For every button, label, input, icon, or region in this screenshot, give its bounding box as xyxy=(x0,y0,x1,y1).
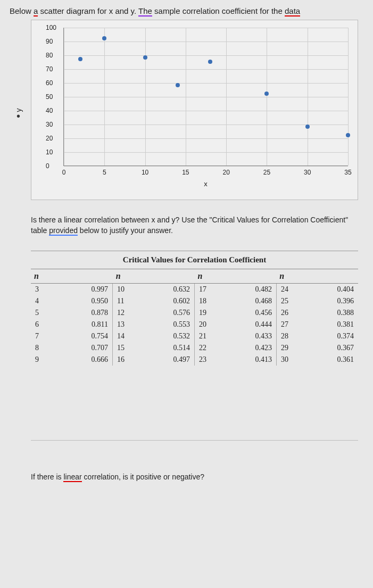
cv-row: 30.997 xyxy=(31,284,112,295)
data-point xyxy=(305,125,310,129)
cv-column: 240.404250.396260.388270.381280.374290.3… xyxy=(277,284,358,366)
y-tick: 20 xyxy=(46,135,53,142)
data-point xyxy=(346,133,350,137)
y-tick: 10 xyxy=(46,148,53,156)
cv-row: 150.514 xyxy=(113,342,194,354)
cv-column: 30.99740.95050.87860.81170.75480.70790.6… xyxy=(31,284,113,366)
intro-text: Below a scatter diagram for x and y. The… xyxy=(10,6,363,15)
x-tick: 35 xyxy=(344,169,351,176)
data-point xyxy=(264,92,269,96)
cv-row: 300.361 xyxy=(277,354,358,366)
x-tick: 25 xyxy=(263,169,270,176)
critical-values-section: Critical Values for Correlation Coeffici… xyxy=(31,251,358,366)
cv-table: 30.99740.95050.87860.81170.75480.70790.6… xyxy=(31,284,358,366)
cv-column: 170.482180.468190.456200.444210.433220.4… xyxy=(195,284,277,366)
cv-row: 250.396 xyxy=(277,295,358,307)
y-tick: 0 xyxy=(46,162,49,170)
cv-row: 100.632 xyxy=(113,284,194,295)
cv-title: Critical Values for Correlation Coeffici… xyxy=(31,255,358,264)
data-point xyxy=(176,83,180,87)
cv-row: 70.754 xyxy=(31,330,112,342)
x-tick: 20 xyxy=(222,169,229,176)
cv-row: 90.666 xyxy=(31,354,112,366)
y-tick: 100 xyxy=(46,24,56,31)
x-tick: 10 xyxy=(142,169,148,176)
data-point xyxy=(102,36,106,40)
cv-row: 130.553 xyxy=(113,319,194,330)
cv-row: 190.456 xyxy=(195,307,276,319)
cv-row: 110.602 xyxy=(113,295,194,307)
x-tick: 15 xyxy=(182,169,189,176)
y-axis-label: y xyxy=(14,108,23,112)
y-tick: 90 xyxy=(46,38,53,45)
y-tick: 40 xyxy=(46,107,53,114)
y-tick: 70 xyxy=(46,65,53,73)
cv-row: 280.374 xyxy=(277,330,358,342)
cv-row: 140.532 xyxy=(113,330,194,342)
cv-row: 180.468 xyxy=(195,295,276,307)
cv-row: 220.423 xyxy=(195,342,276,354)
cv-row: 170.482 xyxy=(195,284,276,295)
cv-row: 120.576 xyxy=(113,307,194,319)
cv-row: 160.497 xyxy=(113,354,194,366)
cv-row: 210.433 xyxy=(195,330,276,342)
cv-row: 80.707 xyxy=(31,342,112,354)
cv-row: 60.811 xyxy=(31,319,112,330)
y-tick: 80 xyxy=(46,52,53,59)
cv-column: 100.632110.602120.576130.553140.532150.5… xyxy=(113,284,195,366)
cv-row: 260.388 xyxy=(277,307,358,319)
cv-row: 40.950 xyxy=(31,295,112,307)
cv-row: 200.444 xyxy=(195,319,276,330)
cv-row: 290.367 xyxy=(277,342,358,354)
data-point xyxy=(143,55,147,60)
y-tick: 30 xyxy=(46,121,53,128)
cv-row: 240.404 xyxy=(277,284,358,295)
x-tick: 30 xyxy=(304,169,311,176)
x-tick: 0 xyxy=(62,169,66,176)
y-tick: 50 xyxy=(46,93,53,101)
cv-header: n. n. n. n. xyxy=(31,269,358,284)
x-tick: 5 xyxy=(103,169,106,176)
cv-row: 230.413 xyxy=(195,354,276,366)
cv-row: 50.878 xyxy=(31,307,112,319)
plot-area: 051015202530350102030405060708090100 xyxy=(63,28,348,166)
data-point xyxy=(208,60,212,64)
x-axis-label: x xyxy=(63,180,348,188)
data-point xyxy=(78,57,82,61)
scatter-chart: • y 051015202530350102030405060708090100… xyxy=(31,20,358,200)
y-tick: 60 xyxy=(46,79,53,87)
followup-question: If there is linear correlation, is it po… xyxy=(31,440,358,481)
question-text: Is there a linear correlation between x … xyxy=(31,215,358,236)
cv-row: 270.381 xyxy=(277,319,358,330)
